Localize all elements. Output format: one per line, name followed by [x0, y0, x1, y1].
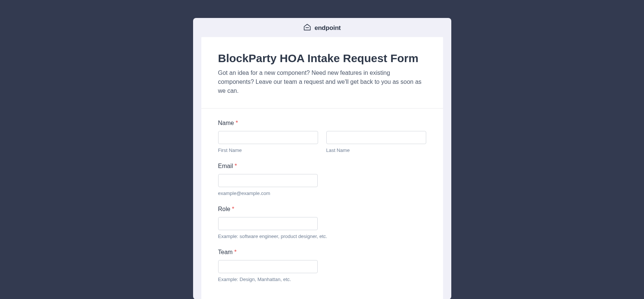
form-container: endpoint BlockParty HOA Intake Request F…: [193, 18, 451, 299]
team-field-group: Team * Example: Design, Manhattan, etc.: [218, 249, 426, 282]
last-name-sublabel: Last Name: [326, 147, 426, 153]
divider: [201, 108, 443, 109]
email-label: Email *: [218, 163, 426, 170]
role-input[interactable]: [218, 217, 318, 230]
first-name-sublabel: First Name: [218, 147, 318, 153]
name-label: Name *: [218, 120, 426, 126]
team-label-text: Team: [218, 249, 233, 255]
email-input[interactable]: [218, 174, 318, 187]
name-input-row: First Name Last Name: [218, 131, 426, 153]
form-description: Got an idea for a new component? Need ne…: [218, 68, 426, 95]
required-asterisk: *: [234, 249, 236, 255]
team-label: Team *: [218, 249, 426, 256]
name-field-group: Name * First Name Last Name: [218, 120, 426, 153]
form-header: endpoint: [193, 18, 451, 37]
required-asterisk: *: [232, 206, 234, 212]
form-title: BlockParty HOA Intake Request Form: [218, 52, 426, 65]
last-name-col: Last Name: [326, 131, 426, 153]
form-body: BlockParty HOA Intake Request Form Got a…: [201, 37, 443, 299]
last-name-input[interactable]: [326, 131, 426, 144]
first-name-col: First Name: [218, 131, 318, 153]
role-label-text: Role: [218, 206, 231, 212]
email-field-group: Email * example@example.com: [218, 163, 426, 196]
endpoint-logo-icon: [303, 23, 311, 33]
brand-name: endpoint: [314, 24, 341, 32]
role-sublabel: Example: software engineer, product desi…: [218, 234, 426, 239]
email-label-text: Email: [218, 163, 233, 169]
required-asterisk: *: [236, 120, 238, 126]
email-sublabel: example@example.com: [218, 190, 426, 196]
team-sublabel: Example: Design, Manhattan, etc.: [218, 277, 426, 282]
role-field-group: Role * Example: software engineer, produ…: [218, 206, 426, 239]
role-label: Role *: [218, 206, 426, 213]
team-input[interactable]: [218, 260, 318, 273]
required-asterisk: *: [235, 163, 237, 169]
first-name-input[interactable]: [218, 131, 318, 144]
name-label-text: Name: [218, 120, 234, 126]
